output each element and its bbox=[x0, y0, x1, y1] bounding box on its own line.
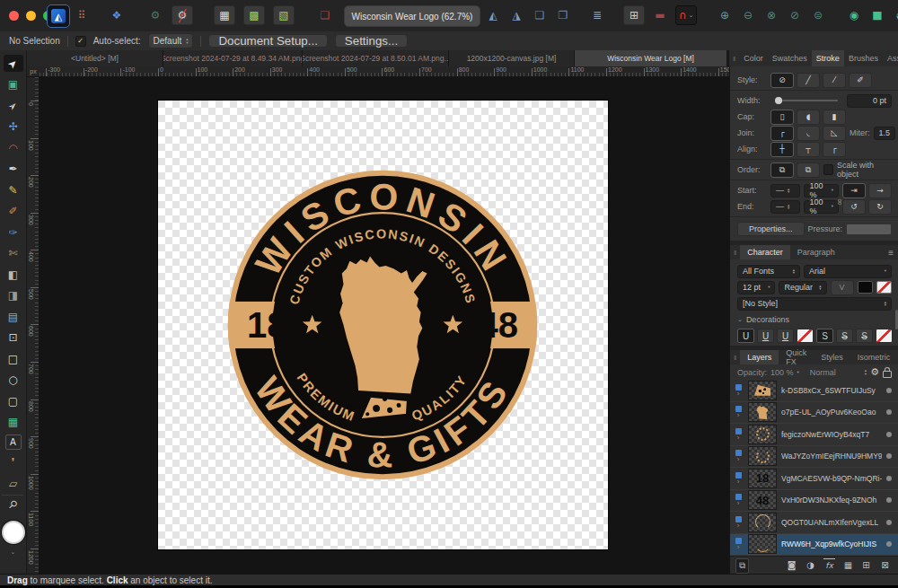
insert-rectangle-icon[interactable]: ■ bbox=[869, 6, 885, 24]
layer-edit-indicator[interactable] bbox=[886, 520, 892, 525]
stroke-brush-icon[interactable]: ✐ bbox=[849, 73, 872, 88]
double-underline-button[interactable]: U bbox=[777, 329, 794, 343]
rotate-grid-icon[interactable]: ▧ bbox=[273, 5, 295, 25]
chevron-down-icon[interactable]: ⌄ bbox=[737, 317, 743, 323]
vector-crop-tool[interactable]: ⊡ bbox=[4, 329, 23, 347]
link-icon[interactable]: ∞ bbox=[835, 198, 844, 206]
panel-menu-icon[interactable]: ≡ bbox=[883, 248, 898, 258]
boolean-subtract-icon[interactable]: ⊖ bbox=[740, 6, 756, 24]
close-window-button[interactable] bbox=[9, 11, 19, 21]
snapping-gear-icon[interactable]: ⚙╱ bbox=[172, 5, 193, 25]
align-outside-icon[interactable]: ┌ bbox=[823, 142, 846, 157]
scale-with-object-checkbox[interactable] bbox=[823, 164, 833, 175]
blend-mode-dropdown[interactable]: Normal bbox=[810, 368, 836, 377]
VxH0rDW3NJKXfeq-9ZNOh[interactable]: › 48 VxH0rDW3NJKXfeq-9ZNOh bbox=[730, 490, 898, 513]
zoom-tool[interactable]: ⚲ bbox=[4, 496, 23, 513]
paint-brush-tool[interactable]: ✑ bbox=[4, 224, 23, 241]
align-inside-icon[interactable]: ┬ bbox=[797, 142, 820, 157]
no-strikethrough-button[interactable]: S bbox=[816, 329, 833, 343]
panel-drag-handle[interactable]: ‖ bbox=[730, 354, 740, 362]
pencil-tool[interactable]: ✎ bbox=[4, 181, 23, 198]
point-transform-tool[interactable]: ✣ bbox=[4, 118, 23, 136]
font-name-dropdown[interactable]: Arial▾ bbox=[804, 265, 892, 278]
artboard-tool[interactable]: ▣ bbox=[4, 76, 23, 93]
grid-snap-icon[interactable]: ▦ bbox=[214, 5, 235, 25]
RWW6H_Xqp9wfkCyoHIJIS[interactable]: › RWW6H_Xqp9wfkCyoHIJIS bbox=[730, 534, 898, 557]
VgMCAESVW-b9QP-NmQRi-[interactable]: › 18 VgMCAESVW-b9QP-NmQRi- bbox=[730, 468, 898, 490]
panel-tab[interactable]: Brushes bbox=[844, 50, 883, 66]
k-DSB8xCx_6SWTFUIJuSy[interactable]: › k-DSB8xCx_6SWTFUIJuSy bbox=[730, 380, 898, 402]
place-image-tool[interactable]: ▤ bbox=[4, 308, 23, 325]
panel-tab[interactable]: Character bbox=[740, 245, 790, 259]
stroke-front-icon[interactable]: ⧉ bbox=[797, 162, 820, 178]
mask-layer-icon[interactable]: ◙ bbox=[786, 558, 797, 572]
start-style-dropdown[interactable]: —▴▾ bbox=[770, 184, 800, 197]
rectangle-tool[interactable]: □ bbox=[4, 350, 23, 367]
square-cap-icon[interactable]: ▮ bbox=[823, 110, 846, 125]
layer-expand-arrow[interactable]: › bbox=[737, 457, 740, 462]
lock-icon[interactable] bbox=[883, 371, 892, 378]
layer-expand-arrow[interactable]: › bbox=[737, 435, 740, 441]
layer-expand-arrow[interactable]: › bbox=[737, 479, 740, 485]
layer-edit-indicator[interactable] bbox=[886, 476, 892, 481]
align-center-icon[interactable]: ┼ bbox=[770, 142, 794, 157]
panel-tab[interactable]: Isometric bbox=[850, 350, 898, 364]
affinity-designer-icon[interactable]: ◭ bbox=[47, 4, 70, 28]
corner-tool[interactable]: ◠ bbox=[4, 139, 23, 156]
layer-edit-indicator[interactable] bbox=[886, 497, 892, 503]
add-layer-icon[interactable]: ⊞ bbox=[860, 559, 872, 573]
document-tab[interactable]: <Untitled> [M] bbox=[27, 50, 163, 66]
move-to-back-icon[interactable]: ❏ bbox=[532, 6, 548, 24]
miter-field[interactable]: 1.5 bbox=[874, 127, 896, 140]
ellipse-tool[interactable]: ○ bbox=[4, 372, 23, 389]
arrow-align-end-icon[interactable]: ⇥ bbox=[842, 183, 866, 198]
force-pixel-alignment-icon[interactable]: ▬ bbox=[652, 6, 668, 24]
document-tab[interactable]: Screenshot 2024-07-29 at 8.50.01 AM.png.… bbox=[303, 50, 449, 66]
ruler-unit-label[interactable]: px bbox=[27, 66, 40, 77]
move-tool[interactable]: ➤ bbox=[4, 55, 23, 72]
boolean-divide-icon[interactable]: ⊘ bbox=[787, 6, 803, 24]
settings-button[interactable]: Settings... bbox=[335, 34, 408, 48]
fill-tool[interactable]: ◧ bbox=[4, 266, 23, 283]
fill-stroke-color-selector[interactable] bbox=[2, 521, 25, 544]
panel-tab[interactable]: Paragraph bbox=[790, 245, 842, 259]
font-collection-dropdown[interactable]: All Fonts▴▾ bbox=[737, 265, 800, 278]
document-tab[interactable]: Screenshot 2024-07-29 at 8.49.34 AM.png bbox=[163, 50, 303, 66]
preferences-gear-icon[interactable]: ⚙ bbox=[147, 6, 163, 24]
color-picker-tool[interactable]: ❜ bbox=[4, 454, 23, 471]
stroke-solid-icon[interactable]: ╱ bbox=[797, 73, 820, 88]
layer-edit-indicator[interactable] bbox=[886, 453, 892, 459]
pen-tool[interactable]: ✒ bbox=[4, 161, 23, 178]
double-strikethrough-button[interactable]: S bbox=[856, 329, 873, 343]
single-strikethrough-button[interactable]: S bbox=[836, 329, 853, 343]
document-title-dropdown[interactable]: Wisconsin Wear Logo (62.7%) bbox=[344, 5, 480, 27]
live-filter-icon[interactable]: ▦ bbox=[842, 558, 854, 572]
measure-tool[interactable]: ▱ bbox=[4, 475, 23, 492]
artboard[interactable]: WISCONSIN WEAR & GIFTS CUSTOM WISCONSIN … bbox=[158, 101, 608, 549]
layer-expand-arrow[interactable]: › bbox=[737, 523, 740, 529]
snap-to-grid-icon[interactable]: ⊞ bbox=[623, 5, 645, 25]
text-style-dropdown[interactable]: [No Style]▴▾ bbox=[737, 297, 892, 311]
vector-brush-tool[interactable]: ✐ bbox=[4, 203, 23, 220]
snapping-magnet-icon[interactable]: ∩⌄ bbox=[675, 5, 697, 25]
arrow-icon[interactable]: → bbox=[868, 183, 892, 198]
butt-cap-icon[interactable]: ▯ bbox=[770, 110, 794, 125]
layer-expand-arrow[interactable]: › bbox=[737, 413, 740, 418]
insert-ellipse-icon[interactable]: ◉ bbox=[846, 6, 862, 24]
boolean-combine-icon[interactable]: ⊜ bbox=[810, 6, 826, 24]
start-scale-field[interactable]: 100 %▾ bbox=[804, 184, 839, 197]
flip-horizontal-icon[interactable]: ◭ bbox=[485, 6, 501, 24]
move-to-front-icon[interactable]: ❐ bbox=[555, 6, 571, 24]
panel-tab[interactable]: Color bbox=[739, 50, 768, 66]
panel-tab[interactable]: Styles bbox=[814, 350, 850, 364]
document-setup-button[interactable]: Document Setup... bbox=[208, 34, 327, 48]
layer-expand-arrow[interactable]: › bbox=[737, 391, 740, 397]
layer-edit-indicator[interactable] bbox=[886, 409, 892, 415]
stroke-none-icon[interactable]: ⊘ bbox=[770, 73, 794, 88]
panel-drag-handle[interactable]: ‖ bbox=[729, 55, 739, 63]
edit-all-layers-icon[interactable]: ⧉ bbox=[735, 558, 749, 574]
font-weight-dropdown[interactable]: Regular▴▾ bbox=[779, 281, 826, 294]
transparency-tool[interactable]: ◨ bbox=[4, 287, 23, 304]
no-underline-button[interactable]: U bbox=[737, 329, 754, 343]
artistic-text-tool[interactable]: A bbox=[5, 434, 22, 450]
